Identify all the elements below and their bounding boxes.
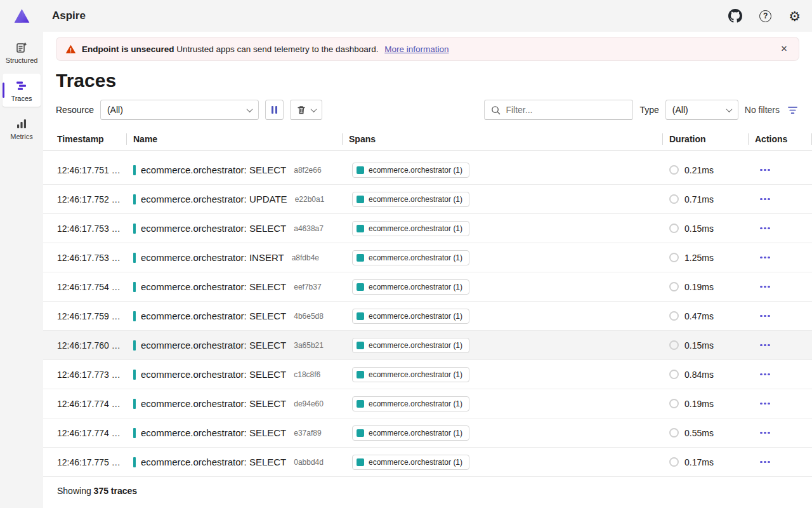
filter-input[interactable] <box>506 105 626 115</box>
row-actions-button[interactable] <box>755 253 775 263</box>
pause-telemetry-button[interactable] <box>265 100 284 120</box>
row-actions-button[interactable] <box>755 165 775 175</box>
span-color-swatch <box>357 312 364 320</box>
table-row[interactable]: 12:46:17.760 … ecommerce.orchestrator: S… <box>43 331 812 360</box>
table-row[interactable]: 12:46:17.773 … ecommerce.orchestrator: S… <box>43 360 812 389</box>
duration-value: 0.17ms <box>684 457 714 467</box>
trace-timestamp: 12:46:17.751 … <box>43 165 127 175</box>
duration-ring-icon <box>669 399 679 408</box>
row-actions-button[interactable] <box>755 399 775 409</box>
row-actions-button[interactable] <box>755 428 775 438</box>
duration-value: 0.19ms <box>684 399 714 409</box>
span-badge[interactable]: ecommerce.orchestrator (1) <box>352 425 469 441</box>
trace-spans-cell: ecommerce.orchestrator (1) <box>343 163 663 178</box>
span-color-swatch <box>357 196 364 203</box>
type-select[interactable]: (All) <box>665 100 738 120</box>
sidebar-item-structured[interactable]: Structured <box>3 36 41 69</box>
row-actions-button[interactable] <box>755 194 775 204</box>
span-badge[interactable]: ecommerce.orchestrator (1) <box>352 309 469 324</box>
remove-traces-button[interactable] <box>290 100 322 120</box>
help-icon[interactable]: ? <box>759 8 771 24</box>
trace-color-bar <box>133 428 136 438</box>
aspire-logo-icon <box>13 8 30 25</box>
type-select-value: (All) <box>672 105 688 115</box>
trace-id: 3a65b21 <box>294 341 324 350</box>
span-badge[interactable]: ecommerce.orchestrator (1) <box>352 279 469 295</box>
trace-name: ecommerce.orchestrator: SELECT <box>141 340 286 351</box>
span-badge[interactable]: ecommerce.orchestrator (1) <box>352 192 469 207</box>
trace-id: e37af89 <box>294 429 321 438</box>
trace-timestamp: 12:46:17.752 … <box>43 194 127 204</box>
trace-name-cell: ecommerce.orchestrator: SELECT e37af89 <box>127 427 343 438</box>
span-color-swatch <box>357 254 364 262</box>
span-badge[interactable]: ecommerce.orchestrator (1) <box>352 396 469 411</box>
table-row[interactable]: 12:46:17.753 … ecommerce.orchestrator: I… <box>43 243 812 272</box>
more-information-link[interactable]: More information <box>384 44 449 54</box>
table-row[interactable]: 12:46:17.774 … ecommerce.orchestrator: S… <box>43 389 812 418</box>
duration-ring-icon <box>669 311 679 321</box>
github-icon[interactable] <box>728 8 742 24</box>
span-color-swatch <box>357 342 364 349</box>
trace-name: ecommerce.orchestrator: SELECT <box>141 398 286 409</box>
trace-name-cell: ecommerce.orchestrator: SELECT 4b6e5d8 <box>127 311 343 321</box>
span-color-swatch <box>357 225 364 232</box>
span-badge-label: ecommerce.orchestrator (1) <box>369 312 462 321</box>
trace-color-bar <box>133 165 136 175</box>
trace-name-cell: ecommerce.orchestrator: SELECT a8f2e66 <box>127 164 343 175</box>
trace-id: de94e60 <box>294 399 324 408</box>
trace-color-bar <box>133 253 136 263</box>
table-row[interactable]: 12:46:17.774 … ecommerce.orchestrator: S… <box>43 418 812 448</box>
table-row[interactable]: 12:46:17.754 … ecommerce.orchestrator: S… <box>43 272 812 302</box>
trace-duration-cell: 0.17ms <box>663 457 749 467</box>
span-badge[interactable]: ecommerce.orchestrator (1) <box>352 455 469 470</box>
span-badge[interactable]: ecommerce.orchestrator (1) <box>352 250 469 265</box>
filter-funnel-icon[interactable] <box>786 104 799 116</box>
table-row[interactable]: 12:46:17.775 … ecommerce.orchestrator: S… <box>43 448 812 477</box>
trace-name-cell: ecommerce.orchestrator: SELECT 0abbd4d <box>127 457 343 467</box>
row-actions-button[interactable] <box>755 224 775 234</box>
aspire-logo <box>0 8 43 25</box>
resource-select[interactable]: (All) <box>100 100 259 120</box>
trace-duration-cell: 0.19ms <box>663 399 749 409</box>
row-actions-button[interactable] <box>755 311 775 321</box>
trace-id: a8fdb4e <box>292 253 319 262</box>
span-badge[interactable]: ecommerce.orchestrator (1) <box>352 338 469 353</box>
span-badge-label: ecommerce.orchestrator (1) <box>369 195 462 204</box>
duration-value: 0.15ms <box>684 340 714 351</box>
trace-id: a8f2e66 <box>294 166 321 175</box>
pause-icon <box>272 106 277 114</box>
sidebar-item-metrics[interactable]: Metrics <box>3 112 41 145</box>
duration-ring-icon <box>669 224 679 233</box>
trace-duration-cell: 1.25ms <box>663 253 749 263</box>
duration-value: 0.55ms <box>684 428 714 438</box>
span-color-swatch <box>357 166 364 174</box>
trace-name: ecommerce.orchestrator: SELECT <box>141 369 286 380</box>
trace-name-cell: ecommerce.orchestrator: SELECT de94e60 <box>127 398 343 409</box>
table-row[interactable]: 12:46:17.759 … ecommerce.orchestrator: S… <box>43 302 812 331</box>
span-badge[interactable]: ecommerce.orchestrator (1) <box>352 163 469 178</box>
span-badge[interactable]: ecommerce.orchestrator (1) <box>352 367 469 382</box>
trace-timestamp: 12:46:17.775 … <box>43 457 127 467</box>
settings-icon[interactable]: ⚙ <box>789 8 801 24</box>
sidebar-item-traces[interactable]: Traces <box>3 74 41 107</box>
trace-actions-cell <box>749 224 812 234</box>
table-row[interactable]: 12:46:17.753 … ecommerce.orchestrator: S… <box>43 214 812 243</box>
trace-id: a4638a7 <box>294 224 324 233</box>
row-actions-button[interactable] <box>755 282 775 292</box>
trace-duration-cell: 0.84ms <box>663 370 749 380</box>
row-actions-button[interactable] <box>755 370 775 380</box>
warning-banner: Endpoint is unsecured Untrusted apps can… <box>56 37 799 61</box>
duration-ring-icon <box>669 428 679 438</box>
row-actions-button[interactable] <box>755 340 775 351</box>
trace-spans-cell: ecommerce.orchestrator (1) <box>343 396 663 411</box>
table-row[interactable]: 12:46:17.751 … ecommerce.orchestrator: S… <box>43 156 812 185</box>
trace-name: ecommerce.orchestrator: SELECT <box>141 311 286 321</box>
close-icon[interactable]: × <box>778 43 790 55</box>
duration-ring-icon <box>669 370 679 379</box>
row-actions-button[interactable] <box>755 457 775 467</box>
span-badge[interactable]: ecommerce.orchestrator (1) <box>352 221 469 236</box>
table-row[interactable]: 12:46:17.752 … ecommerce.orchestrator: U… <box>43 185 812 214</box>
duration-ring-icon <box>669 165 679 175</box>
search-icon <box>491 105 501 115</box>
sidebar-item-label: Traces <box>11 95 32 102</box>
